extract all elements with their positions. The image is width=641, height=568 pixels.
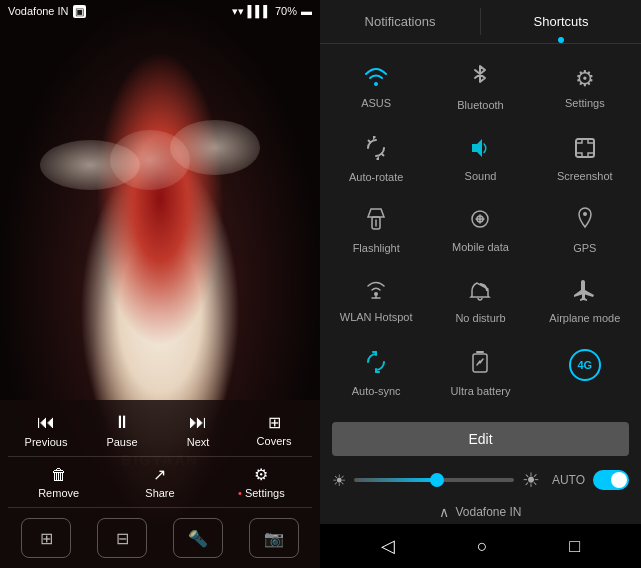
cream-blob-3 [170,120,260,175]
tab-shortcuts-label: Shortcuts [534,14,589,29]
svg-point-9 [583,212,587,216]
airplane-label: Airplane mode [549,312,620,324]
share-button[interactable]: ↗ Share [130,465,190,499]
edit-button-row: Edit [320,418,641,460]
asus-label: ASUS [361,97,391,109]
auto-brightness-toggle[interactable] [593,470,629,490]
shortcut-mobiledata[interactable]: Mobile data [428,195,532,267]
covers-button[interactable]: ⊞ Covers [244,413,304,447]
mobiledata-label: Mobile data [452,241,509,253]
brightness-thumb[interactable] [430,473,444,487]
autosync-label: Auto-sync [352,385,401,397]
bottom-icons-row: ⊞ ⊟ 🔦 📷 [0,512,320,564]
sound-icon [469,137,491,165]
sim-icon: ▣ [73,5,86,18]
remove-button[interactable]: 🗑 Remove [29,466,89,499]
pause-icon: ⏸ [113,412,131,433]
autorotate-label: Auto-rotate [349,171,403,183]
previous-icon: ⏮ [37,412,55,433]
tab-notifications[interactable]: Notifications [320,0,480,43]
share-icon: ↗ [153,465,166,484]
nodisturb-icon [469,279,491,307]
autorotate-icon [364,136,388,166]
recents-nav-icon[interactable]: □ [569,536,580,557]
screenshot-label: Screenshot [557,170,613,182]
edit-button[interactable]: Edit [332,422,629,456]
flashlight-label: Flashlight [353,242,400,254]
battery-percent: 70% [275,5,297,17]
share-label: Share [145,487,174,499]
divider-2 [8,507,312,508]
svg-line-1 [381,153,384,156]
remove-label: Remove [38,487,79,499]
status-bar: Vodafone IN ▣ ▾▾ ▌▌▌ 70% ▬ [0,0,320,22]
grid-view-button[interactable]: ⊞ [21,518,71,558]
shortcut-autorotate[interactable]: Auto-rotate [324,124,428,196]
shortcut-gps[interactable]: GPS [533,195,637,267]
divider [8,456,312,457]
tabs-bar: Notifications Shortcuts [320,0,641,44]
list-view-icon: ⊟ [116,529,129,548]
brightness-row: ☀ ☀ AUTO [320,460,641,500]
next-button[interactable]: ⏭ Next [168,412,228,448]
previous-button[interactable]: ⏮ Previous [16,412,76,448]
bottom-controls: ⏮ Previous ⏸ Pause ⏭ Next ⊞ Covers 🗑 Rem… [0,400,320,568]
nav-bar: ◁ ○ □ [320,524,641,568]
chevron-up-icon: ∧ [439,504,449,520]
status-icons: ▾▾ ▌▌▌ 70% ▬ [232,5,312,18]
svg-marker-2 [472,139,482,157]
gps-icon [576,207,594,237]
settings-label: • Settings [238,487,285,499]
nodisturb-label: No disturb [455,312,505,324]
list-view-button[interactable]: ⊟ [97,518,147,558]
settings-cog-icon: ⚙ [254,465,268,484]
brightness-low-icon: ☀ [332,471,346,490]
shortcut-settings[interactable]: ⚙ Settings [533,52,637,124]
tab-notifications-label: Notifications [365,14,436,29]
flashlight-button[interactable]: 🔦 [173,518,223,558]
camera-button[interactable]: 📷 [249,518,299,558]
sound-label: Sound [465,170,497,182]
wifi-icon [364,66,388,92]
shortcut-autosync[interactable]: Auto-sync [324,336,428,410]
shortcut-asus[interactable]: ASUS [324,52,428,124]
4g-badge: 4G [569,349,601,381]
flashlight-btn-icon: 🔦 [188,529,208,548]
4g-label: 4G [577,359,592,371]
tab-shortcuts[interactable]: Shortcuts [481,0,641,43]
shortcut-hotspot[interactable]: WLAN Hotspot [324,267,428,337]
mobiledata-icon [469,208,491,236]
settings-button[interactable]: ⚙ • Settings [231,465,291,499]
settings-icon: ⚙ [575,66,595,92]
auto-label: AUTO [552,473,585,487]
shortcut-battery[interactable]: Ultra battery [428,336,532,410]
svg-rect-3 [576,139,594,157]
controls-row-2: 🗑 Remove ↗ Share ⚙ • Settings [0,461,320,503]
gps-label: GPS [573,242,596,254]
covers-label: Covers [257,435,292,447]
shortcut-sound[interactable]: Sound [428,124,532,196]
brightness-slider[interactable] [354,478,514,482]
bluetooth-icon [471,64,489,94]
shortcut-flashlight[interactable]: Flashlight [324,195,428,267]
home-nav-icon[interactable]: ○ [477,536,488,557]
pause-button[interactable]: ⏸ Pause [92,412,152,448]
carrier-row: ∧ Vodafone IN [320,500,641,524]
airplane-icon [573,279,597,307]
signal-icon: ▌▌▌ [248,5,271,17]
brightness-high-icon: ☀ [522,468,540,492]
carrier-display: Vodafone IN [455,505,521,519]
previous-label: Previous [25,436,68,448]
next-icon: ⏭ [189,412,207,433]
shortcut-screenshot[interactable]: Screenshot [533,124,637,196]
settings-dot: • [238,487,245,499]
bluetooth-label: Bluetooth [457,99,503,111]
shortcut-airplane[interactable]: Airplane mode [533,267,637,337]
shortcut-nodisturb[interactable]: No disturb [428,267,532,337]
shortcut-bluetooth[interactable]: Bluetooth [428,52,532,124]
grid-view-icon: ⊞ [40,529,53,548]
shortcut-4g[interactable]: 4G 4G [533,336,637,410]
hotspot-label: WLAN Hotspot [340,311,413,323]
flashlight-shortcut-icon [366,207,386,237]
back-nav-icon[interactable]: ◁ [381,535,395,557]
